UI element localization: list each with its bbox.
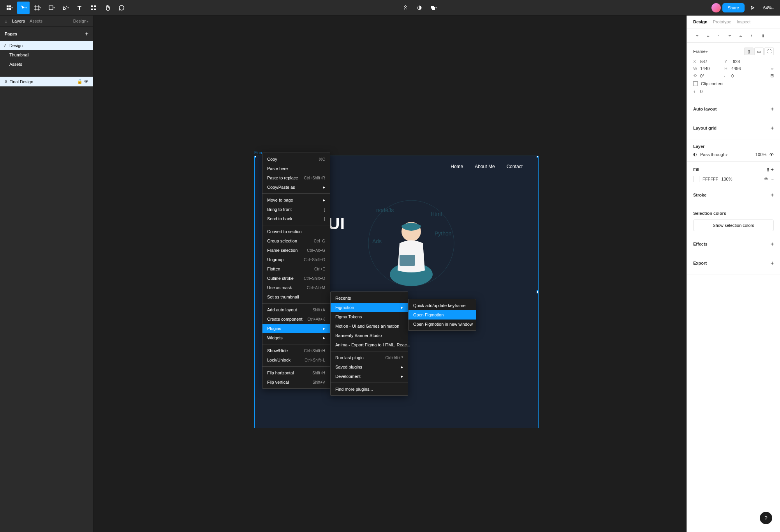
menu-bannerify[interactable]: Bannerify Banner Studio	[331, 331, 408, 340]
add-stroke-button[interactable]: +	[771, 192, 774, 198]
search-icon[interactable]: ⌕	[5, 19, 7, 23]
add-effect-button[interactable]: +	[771, 241, 774, 247]
y-input[interactable]: -628	[731, 59, 749, 64]
frame-label[interactable]: Fina	[254, 151, 262, 155]
page-item-assets[interactable]: Assets	[0, 60, 93, 69]
menu-copy[interactable]: Copy⌘C	[262, 155, 330, 164]
add-fill-button[interactable]: +	[771, 167, 774, 173]
constrain-icon[interactable]: ⟐	[771, 66, 774, 71]
resources-tool[interactable]	[87, 2, 100, 14]
distribute-icon[interactable]: ⫼	[759, 32, 766, 39]
menu-recents[interactable]: Recents	[331, 293, 408, 303]
spacing-input[interactable]: 0	[700, 89, 718, 94]
menu-paste-replace[interactable]: Paste to replaceCtrl+Shift+R	[262, 173, 330, 183]
resize-handle[interactable]	[537, 290, 539, 293]
resize-handle[interactable]	[254, 156, 256, 158]
page-item-design[interactable]: Design	[0, 41, 93, 50]
add-grid-button[interactable]: +	[771, 125, 774, 131]
menu-component[interactable]: Create componentCtrl+Alt+K	[262, 314, 330, 324]
remove-fill-button[interactable]: −	[771, 177, 774, 181]
layer-final-design[interactable]: # Final Design 🔓 👁	[0, 77, 93, 86]
menu-outline[interactable]: Outline strokeCtrl+Shift+O	[262, 274, 330, 283]
add-export-button[interactable]: +	[771, 260, 774, 266]
tab-layers[interactable]: Layers	[12, 19, 25, 23]
menu-anima[interactable]: Anima - Export Figma to HTML, Reac...	[331, 340, 408, 349]
menu-tokens[interactable]: Figma Tokens	[331, 312, 408, 321]
move-tool[interactable]: ▾	[17, 2, 30, 14]
tab-design[interactable]: Design	[693, 19, 708, 24]
portrait-button[interactable]: ▯	[744, 47, 754, 55]
page-item-thumbnail[interactable]: Thumbnail	[0, 50, 93, 60]
share-button[interactable]: Share	[722, 3, 745, 12]
main-menu-button[interactable]: ▾	[3, 2, 16, 14]
show-sel-colors-button[interactable]: Show selection colors	[693, 219, 774, 231]
menu-run-last[interactable]: Run last pluginCtrl+Alt+P	[331, 353, 408, 362]
menu-ungroup[interactable]: UngroupCtrl+Shift+G	[262, 255, 330, 264]
fill-swatch[interactable]	[693, 176, 699, 182]
menu-dev[interactable]: Development▶	[331, 372, 408, 381]
menu-convert-section[interactable]: Convert to section	[262, 227, 330, 236]
fill-hex[interactable]: FFFFFF	[703, 177, 718, 181]
x-input[interactable]: 587	[700, 59, 718, 64]
visibility-icon[interactable]: 👁	[84, 79, 88, 84]
independent-corners-icon[interactable]: ⊞	[770, 73, 774, 78]
menu-flatten[interactable]: FlattenCtrl+E	[262, 264, 330, 274]
clip-checkbox[interactable]	[693, 81, 698, 86]
menu-thumbnail[interactable]: Set as thumbnail	[262, 292, 330, 302]
comment-tool[interactable]	[115, 2, 128, 14]
tab-inspect[interactable]: Inspect	[737, 19, 750, 24]
menu-paste-here[interactable]: Paste here	[262, 164, 330, 173]
page-dropdown[interactable]: Design ▾	[73, 19, 88, 23]
h-input[interactable]: 4496	[731, 66, 749, 71]
align-right-icon[interactable]: ⫞	[715, 32, 723, 39]
component-icon[interactable]	[399, 2, 412, 14]
menu-widgets[interactable]: Widgets▶	[262, 333, 330, 342]
nav-home[interactable]: Home	[451, 164, 463, 169]
add-page-button[interactable]: +	[85, 31, 88, 37]
blend-icon[interactable]: ◐	[693, 152, 697, 157]
menu-group[interactable]: Group selectionCtrl+G	[262, 236, 330, 246]
menu-plugins[interactable]: Plugins▶	[262, 324, 330, 333]
menu-open-figmotion[interactable]: Open Figmotion	[408, 310, 476, 320]
fill-opacity[interactable]: 100%	[721, 177, 732, 181]
lock-icon[interactable]: 🔓	[77, 79, 83, 84]
frame-dropdown[interactable]: Frame ▾	[693, 49, 708, 54]
menu-find-more[interactable]: Find more plugins...	[331, 385, 408, 394]
menu-open-new-window[interactable]: Open Figmotion in new window	[408, 320, 476, 329]
menu-move-to-page[interactable]: Move to page▶	[262, 195, 330, 205]
menu-mask[interactable]: Use as maskCtrl+Alt+M	[262, 283, 330, 292]
tab-prototype[interactable]: Prototype	[713, 19, 731, 24]
menu-motion[interactable]: Motion - UI and Games animation	[331, 321, 408, 331]
align-top-icon[interactable]: ⫟	[726, 32, 734, 39]
resize-handle[interactable]	[537, 156, 539, 158]
resize-fit-button[interactable]: ⛶	[764, 47, 774, 55]
menu-flip-h[interactable]: Flip horizontalShift+H	[262, 368, 330, 377]
align-center-v-icon[interactable]: ⫠	[737, 32, 745, 39]
align-bottom-icon[interactable]: ⫞	[748, 32, 755, 39]
nav-about[interactable]: About Me	[475, 164, 495, 169]
menu-send-back[interactable]: Send to back[	[262, 214, 330, 223]
zoom-level[interactable]: 64% ▾	[760, 5, 777, 10]
style-icon[interactable]: ⠿	[766, 168, 769, 172]
menu-figmotion[interactable]: Figmotion▶	[331, 303, 408, 312]
visibility-icon[interactable]: 👁	[769, 152, 774, 157]
menu-quick-keyframe[interactable]: Quick add/update keyframe	[408, 301, 476, 310]
help-button[interactable]: ?	[760, 512, 772, 524]
add-auto-layout-button[interactable]: +	[771, 106, 774, 112]
nav-contact[interactable]: Contact	[507, 164, 523, 169]
rotation-input[interactable]: 0°	[700, 74, 718, 78]
text-tool[interactable]	[73, 2, 86, 14]
menu-flip-v[interactable]: Flip verticalShift+V	[262, 377, 330, 387]
avatar[interactable]	[711, 3, 721, 12]
present-button[interactable]	[746, 2, 759, 14]
menu-auto-layout[interactable]: Add auto layoutShift+A	[262, 305, 330, 314]
blend-mode[interactable]: Pass through ▾	[700, 152, 727, 157]
canvas[interactable]: Fina Home About Me Contact ATIVE UIGNER …	[93, 16, 687, 532]
align-center-h-icon[interactable]: ⫠	[704, 32, 712, 39]
w-input[interactable]: 1440	[700, 66, 718, 71]
landscape-button[interactable]: ▭	[754, 47, 764, 55]
shape-tool[interactable]: ▾	[45, 2, 58, 14]
hand-tool[interactable]	[101, 2, 114, 14]
menu-lock[interactable]: Lock/UnlockCtrl+Shift+L	[262, 355, 330, 365]
menu-saved[interactable]: Saved plugins▶	[331, 362, 408, 372]
